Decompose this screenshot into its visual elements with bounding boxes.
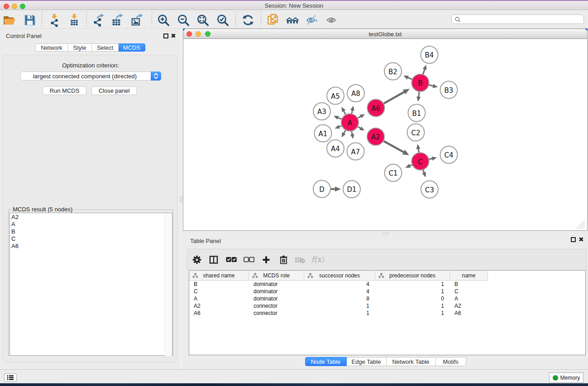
save-session-button[interactable] <box>23 13 37 27</box>
cell-successor-nodes[interactable]: 4 <box>304 281 375 288</box>
cell-predecessor-nodes[interactable]: 1 <box>375 281 450 288</box>
cell-MCDS-role[interactable]: dominator <box>249 281 304 288</box>
memory-button[interactable]: Memory <box>549 372 583 383</box>
graph-node-B4[interactable]: B4 <box>421 46 438 63</box>
tab-mcds[interactable]: MCDS <box>119 43 145 52</box>
network-canvas[interactable]: AA1A3A5A8A4A7A6A2BB2B4B3B1CC2C4C1C3DD1 <box>183 39 587 230</box>
cell-name[interactable]: C <box>450 288 488 295</box>
cell-name[interactable]: B <box>450 281 488 288</box>
graph-node-A[interactable]: A <box>341 114 359 131</box>
column-header-successor-nodes[interactable]: successor nodes <box>304 271 375 281</box>
panel-list-button[interactable] <box>4 373 17 382</box>
table-row[interactable]: A6connector11A6 <box>189 310 585 317</box>
graph-node-A7[interactable]: A7 <box>347 143 364 160</box>
cell-MCDS-role[interactable]: dominator <box>249 288 304 295</box>
column-header-MCDS-role[interactable]: MCDS role <box>249 271 304 281</box>
graph-node-C1[interactable]: C1 <box>385 164 402 181</box>
table-settings-button[interactable] <box>190 253 204 267</box>
first-neighbors-button[interactable] <box>286 13 299 27</box>
cell-shared-name[interactable]: A <box>189 295 249 302</box>
horizontal-split-handle[interactable] <box>383 232 389 235</box>
table-panel-float-button[interactable] <box>571 237 576 242</box>
column-layout-button[interactable] <box>207 253 220 267</box>
cell-successor-nodes[interactable]: 8 <box>304 295 375 302</box>
deselect-all-button[interactable] <box>242 253 256 267</box>
tab-select[interactable]: Select <box>92 43 119 52</box>
result-item[interactable]: A2 <box>10 213 172 220</box>
delete-column-button[interactable] <box>277 253 290 267</box>
graph-node-C2[interactable]: C2 <box>407 124 425 141</box>
export-image-button[interactable] <box>130 13 144 27</box>
graph-node-A1[interactable]: A1 <box>315 125 332 142</box>
network-graph[interactable]: AA1A3A5A8A4A7A6A2BB2B4B3B1CC2C4C1C3DD1 <box>183 39 587 230</box>
table-row[interactable]: A2connector11A2 <box>189 302 585 310</box>
control-panel-close-button[interactable]: ✖ <box>171 33 176 38</box>
table-row[interactable]: Bdominator41B <box>189 281 585 288</box>
cell-shared-name[interactable]: C <box>189 288 249 295</box>
cell-predecessor-nodes[interactable]: 1 <box>375 302 450 310</box>
network-window-titlebar[interactable]: testGlobe.txt <box>183 29 587 39</box>
criterion-dropdown[interactable]: largest connected component (directed) <box>20 71 161 81</box>
graph-node-D[interactable]: D <box>313 181 330 198</box>
graph-node-A8[interactable]: A8 <box>347 85 364 102</box>
import-table-button[interactable] <box>67 13 81 27</box>
search-input[interactable] <box>461 16 574 23</box>
cell-successor-nodes[interactable]: 1 <box>304 310 375 317</box>
zoom-fit-button[interactable] <box>196 13 210 27</box>
cell-shared-name[interactable]: B <box>189 281 249 288</box>
export-table-button[interactable] <box>111 13 124 27</box>
table-row[interactable]: Adominator80A <box>189 295 585 302</box>
search-field[interactable] <box>451 14 584 24</box>
cell-MCDS-role[interactable]: dominator <box>249 295 304 302</box>
cell-name[interactable]: A6 <box>450 310 488 317</box>
graph-node-B3[interactable]: B3 <box>440 81 458 99</box>
table-row[interactable]: Cdominator41C <box>189 288 585 295</box>
open-session-button[interactable] <box>3 13 16 27</box>
result-item[interactable]: B <box>10 228 172 235</box>
tab-motifs[interactable]: Motifs <box>436 357 466 366</box>
graph-node-C[interactable]: C <box>412 153 429 170</box>
graph-node-B[interactable]: B <box>412 74 429 91</box>
cell-shared-name[interactable]: A6 <box>189 310 249 317</box>
graph-node-C3[interactable]: C3 <box>421 181 438 198</box>
cell-predecessor-nodes[interactable]: 1 <box>375 288 450 295</box>
result-item[interactable]: A6 <box>10 242 172 249</box>
graph-node-B2[interactable]: B2 <box>384 63 402 80</box>
column-header-name[interactable]: name <box>450 271 488 281</box>
cell-predecessor-nodes[interactable]: 0 <box>375 295 450 302</box>
tab-network[interactable]: Network <box>35 43 68 52</box>
graph-node-C4[interactable]: C4 <box>440 146 458 163</box>
result-list-scrollbar[interactable] <box>165 214 172 356</box>
add-column-button[interactable] <box>259 253 273 267</box>
graph-node-D1[interactable]: D1 <box>343 181 360 198</box>
tab-style[interactable]: Style <box>68 43 92 52</box>
zoom-selected-button[interactable] <box>216 13 229 27</box>
tab-edge-table[interactable]: Edge Table <box>347 357 387 366</box>
control-panel-float-button[interactable] <box>163 33 168 38</box>
hide-selected-button[interactable] <box>306 13 319 27</box>
column-header-shared-name[interactable]: shared name <box>189 271 249 281</box>
cell-predecessor-nodes[interactable]: 1 <box>375 310 450 317</box>
cell-name[interactable]: A2 <box>450 302 488 310</box>
graph-node-A4[interactable]: A4 <box>327 140 344 157</box>
graph-node-A2[interactable]: A2 <box>367 128 384 145</box>
show-all-button[interactable] <box>325 13 339 27</box>
graph-node-A3[interactable]: A3 <box>313 103 330 120</box>
graph-node-B1[interactable]: B1 <box>408 105 425 122</box>
cell-MCDS-role[interactable]: connector <box>249 302 304 310</box>
export-network-button[interactable] <box>92 13 105 27</box>
table-panel-close-button[interactable]: ✖ <box>578 237 584 242</box>
mcds-result-list[interactable]: A2ABCA6 <box>10 213 172 356</box>
zoom-in-button[interactable] <box>157 13 170 27</box>
clone-network-button[interactable] <box>266 13 280 27</box>
graph-node-A6[interactable]: A6 <box>368 100 385 117</box>
tab-node-table[interactable]: Node Table <box>305 357 347 366</box>
import-network-button[interactable] <box>48 13 61 27</box>
column-header-predecessor-nodes[interactable]: predecessor nodes <box>375 271 450 281</box>
cell-successor-nodes[interactable]: 4 <box>304 288 375 295</box>
result-item[interactable]: A <box>10 220 172 228</box>
resize-grip-icon[interactable] <box>575 219 586 229</box>
apply-layout-button[interactable] <box>241 13 255 27</box>
tab-network-table[interactable]: Network Table <box>387 357 436 366</box>
select-all-button[interactable] <box>225 253 238 267</box>
